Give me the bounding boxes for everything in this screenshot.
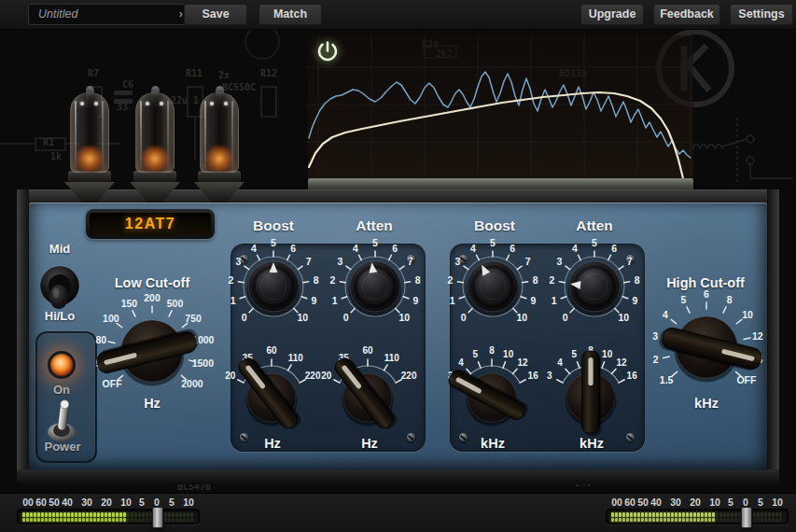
svg-text:5: 5 (490, 237, 496, 248)
svg-text:110: 110 (384, 353, 400, 363)
power-lamp (48, 351, 76, 379)
svg-text:7: 7 (408, 256, 413, 267)
svg-text:4: 4 (458, 357, 464, 368)
svg-text:10: 10 (602, 349, 613, 359)
led-column (697, 512, 700, 524)
led-meter (17, 509, 200, 525)
led-column (656, 512, 659, 524)
svg-text:220: 220 (401, 371, 417, 381)
low-boost-knob[interactable]: 012345678910 (216, 229, 331, 348)
meter-scale-label: 40 (62, 497, 73, 508)
meter-scale-label: 60 (35, 497, 47, 508)
svg-text:2: 2 (448, 274, 454, 286)
led-column (660, 512, 663, 524)
high-cutoff-frequency-knob[interactable]: 1.5234568101215OFF (639, 280, 774, 418)
svg-text:110: 110 (288, 353, 304, 363)
meter-gain-slider[interactable] (741, 507, 752, 528)
power-switch[interactable] (41, 394, 82, 448)
svg-text:5: 5 (592, 237, 597, 248)
low-atten-frequency-selector[interactable]: 203560110220 (306, 336, 429, 463)
led-column (30, 512, 33, 524)
led-column (663, 512, 666, 524)
svg-text:10: 10 (517, 312, 528, 323)
led-column (761, 512, 763, 524)
svg-text:5: 5 (271, 237, 276, 248)
tube-eq-plugin-window: R7C633R112xBC550CR12R11k22u 1R202k2BD139… (0, 0, 796, 532)
led-column (772, 512, 775, 524)
led-column (22, 512, 25, 524)
led-column (134, 512, 137, 524)
svg-text:3: 3 (337, 256, 342, 267)
svg-text:2: 2 (653, 354, 659, 365)
chevron-right-icon: › (179, 5, 183, 24)
tube-type-display[interactable]: 12AT7 (86, 209, 215, 239)
low-cutoff-frequency-knob[interactable]: OFF5080100150200500750100015002000 (85, 284, 219, 422)
led-column (179, 512, 182, 524)
svg-text:OFF: OFF (736, 374, 757, 385)
led-column (649, 512, 651, 524)
meter-scale-label: 10 (772, 497, 783, 508)
svg-text:8: 8 (489, 345, 495, 356)
svg-text:1: 1 (230, 295, 236, 306)
svg-text:4: 4 (353, 243, 358, 254)
svg-text:6: 6 (510, 243, 515, 254)
svg-text:4: 4 (572, 243, 578, 254)
led-column (764, 512, 767, 524)
svg-text:2: 2 (229, 274, 234, 286)
led-column (753, 512, 756, 524)
led-column (622, 512, 625, 524)
mid-hilo-toggle[interactable] (37, 265, 82, 315)
svg-text:7: 7 (306, 256, 312, 267)
preset-selector[interactable]: Untitled › (28, 4, 191, 25)
svg-text:5: 5 (473, 349, 479, 359)
meter-gain-slider[interactable] (152, 507, 163, 528)
svg-text:1: 1 (552, 295, 557, 306)
high-atten-knob[interactable]: 012345678910 (537, 229, 652, 348)
meter-scale-label: 30 (670, 497, 681, 508)
meter-scale-label: 10 (183, 497, 194, 508)
upgrade-button[interactable]: Upgrade (580, 4, 644, 25)
meter-scale-label: 50 (49, 497, 60, 508)
led-column (637, 512, 640, 524)
led-column (52, 512, 55, 524)
led-column (131, 512, 133, 524)
svg-text:7: 7 (525, 256, 531, 267)
led-column (645, 512, 648, 524)
svg-text:100: 100 (103, 313, 119, 324)
save-button[interactable]: Save (184, 4, 247, 25)
svg-text:5: 5 (681, 294, 687, 305)
meter-scale-label: 00 (22, 497, 34, 508)
svg-text:10: 10 (619, 312, 630, 323)
led-column (71, 512, 74, 524)
feedback-button[interactable]: Feedback (653, 4, 720, 25)
led-column (123, 512, 126, 524)
led-column (138, 512, 141, 524)
low-atten-knob[interactable]: 012345678910 (317, 229, 433, 348)
svg-text:9: 9 (412, 295, 418, 306)
match-button[interactable]: Match (258, 4, 322, 25)
led-column (67, 512, 70, 524)
led-column (78, 512, 81, 524)
led-column (693, 512, 696, 524)
led-column (93, 512, 96, 524)
high-boost-knob[interactable]: 012345678910 (435, 229, 551, 348)
svg-text:1: 1 (450, 295, 455, 306)
led-column (82, 512, 85, 524)
meter-scale-label: 00 (611, 497, 622, 508)
led-column (187, 512, 189, 524)
led-column (619, 512, 621, 524)
svg-text:200: 200 (144, 292, 161, 303)
high-atten-frequency-selector[interactable]: 3458101216 (529, 336, 652, 463)
led-column (675, 512, 677, 524)
meter-scale-label: 5 (758, 497, 763, 508)
led-column (671, 512, 674, 524)
led-column (678, 512, 681, 524)
svg-text:10: 10 (298, 312, 309, 323)
meter-scale-label: 5 (728, 497, 733, 508)
led-column (168, 512, 171, 524)
led-column (634, 512, 636, 524)
svg-text:4: 4 (251, 243, 257, 254)
settings-button[interactable]: Settings (730, 4, 793, 25)
meter-scale-label: 20 (690, 497, 701, 508)
svg-text:3: 3 (556, 256, 562, 267)
